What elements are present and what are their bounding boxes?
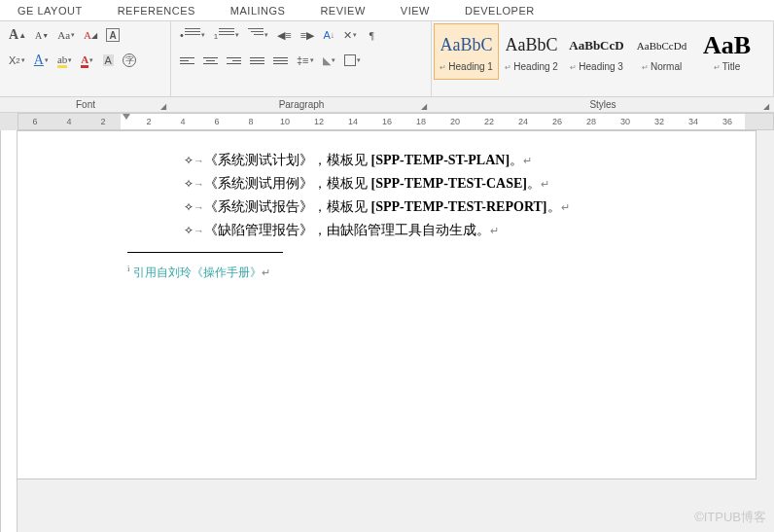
style-preview: AaBbC: [506, 32, 558, 59]
increase-indent-button[interactable]: ≡▶: [298, 24, 317, 46]
paragraph-dialog-launcher[interactable]: ◢: [418, 100, 430, 112]
styles-dialog-launcher[interactable]: ◢: [760, 100, 772, 112]
clear-formatting-button[interactable]: A◢: [81, 24, 100, 46]
align-right-button[interactable]: [224, 50, 244, 71]
document-line[interactable]: ✧→《系统测试计划》，模板见 [SPP-TEMP-ST-PLAN]。↵: [184, 149, 756, 172]
align-justify-button[interactable]: [247, 50, 267, 71]
style-label: Normal: [642, 61, 682, 72]
tab-review[interactable]: REVIEW: [302, 1, 382, 20]
font-color-button[interactable]: A▾: [31, 50, 52, 71]
document-line[interactable]: ✧→《系统测试用例》，模板见 [SPP-TEMP-TEST-CASE]。↵: [184, 172, 756, 195]
subscript-button[interactable]: X2▾: [6, 50, 28, 71]
ruler-tick: 12: [302, 114, 336, 129]
bullets-button[interactable]: ▾: [177, 24, 208, 46]
line-spacing-button[interactable]: ‡≡▾: [294, 50, 317, 71]
ruler-tick: 28: [575, 114, 609, 129]
ruler-tick: 36: [711, 114, 745, 129]
horizontal-ruler[interactable]: 6422468101214161820222426283032343640424…: [18, 113, 774, 130]
document-page[interactable]: ✧→《系统测试计划》，模板见 [SPP-TEMP-ST-PLAN]。↵✧→《系统…: [18, 130, 756, 479]
borders-button[interactable]: ▾: [341, 50, 364, 71]
tab-arrow-icon: →: [194, 201, 204, 213]
change-case-button[interactable]: Aa▾: [54, 24, 78, 46]
tab-page-layout[interactable]: GE LAYOUT: [0, 1, 100, 20]
line-end: 。: [527, 176, 541, 191]
bullet-diamond-icon: ✧: [184, 224, 194, 237]
reference-code: [SPP-TEMP-ST-PLAN]: [371, 153, 510, 167]
bullet-diamond-icon: ✧: [184, 200, 194, 214]
ruler-tick: 4: [166, 114, 200, 129]
sort-button[interactable]: A↓: [320, 24, 337, 46]
ruler-tick: 30: [609, 114, 643, 129]
ruler-tick: 32: [643, 114, 677, 129]
style-label: Title: [714, 61, 741, 72]
font-dialog-launcher[interactable]: ◢: [158, 100, 169, 112]
paragraph-mark-icon: ↵: [541, 178, 549, 190]
document-area: ✧→《系统测试计划》，模板见 [SPP-TEMP-ST-PLAN]。↵✧→《系统…: [0, 130, 774, 532]
style-heading-1[interactable]: AaBbC Heading 1: [434, 23, 499, 80]
footnote-marker: i: [127, 264, 130, 273]
paragraph-mark-icon: ↵: [561, 201, 570, 213]
ribbon-tab-strip: GE LAYOUT REFERENCES MAILINGS REVIEW VIE…: [0, 0, 774, 21]
highlight-button[interactable]: ab▾: [54, 50, 75, 71]
enclose-char-button[interactable]: 字: [120, 50, 139, 71]
footnote-separator: [127, 252, 283, 253]
line-end: 。: [547, 199, 561, 214]
ruler-tick: 2: [87, 114, 121, 129]
ribbon-group-styles: AaBbC Heading 1 AaBbC Heading 2 AaBbCcD …: [432, 21, 774, 96]
tab-references[interactable]: REFERENCES: [100, 1, 213, 20]
ruler-tick: 6: [18, 114, 53, 129]
footnote-text[interactable]: i引用自刘玲《操作手册》↵: [127, 257, 756, 284]
char-border-button[interactable]: A: [103, 24, 123, 46]
ruler-tick: 10: [268, 114, 302, 129]
bullet-diamond-icon: ✧: [184, 154, 194, 167]
ruler-tick: 8: [234, 114, 268, 129]
shading-button[interactable]: ◣▾: [320, 50, 338, 71]
char-shading-button[interactable]: A: [99, 50, 117, 71]
paragraph-mark-icon: ↵: [490, 225, 499, 236]
ruler-area: 6422468101214161820222426283032343640424…: [0, 113, 774, 130]
vertical-ruler[interactable]: [0, 130, 18, 532]
line-text: 《缺陷管理报告》，由缺陷管理工具自动生成。: [204, 223, 490, 237]
ruler-origin: [121, 114, 132, 129]
font-color2-button[interactable]: A▾: [78, 50, 96, 71]
ruler-tick: 2: [132, 114, 166, 129]
document-background: ✧→《系统测试计划》，模板见 [SPP-TEMP-ST-PLAN]。↵✧→《系统…: [18, 130, 774, 532]
ribbon: A▲ A▼ Aa▾ A◢ A X2▾ A▾ ab▾ A▾ A 字 ▾ ▾ ▾ ◀…: [0, 21, 774, 97]
style-preview: AaBbC: [440, 32, 493, 59]
style-normal[interactable]: AaBbCcDd Normal: [629, 23, 694, 80]
paragraph-mark-icon: ↵: [262, 266, 270, 278]
ruler-tick: 4: [53, 114, 87, 129]
align-distributed-button[interactable]: [270, 50, 291, 71]
multilevel-list-button[interactable]: ▾: [245, 24, 271, 46]
style-heading-3[interactable]: AaBbCcD Heading 3: [564, 23, 629, 80]
reference-code: [SPP-TEMP-TEST-CASE]: [371, 176, 528, 191]
line-text: 《系统测试报告》，模板见: [204, 199, 371, 214]
ruler-tick: 26: [541, 114, 575, 129]
align-left-button[interactable]: [177, 50, 197, 71]
paragraph-mark-icon: ↵: [523, 155, 532, 166]
tab-view[interactable]: VIEW: [383, 1, 447, 20]
ribbon-group-font: A▲ A▼ Aa▾ A◢ A X2▾ A▾ ab▾ A▾ A 字: [0, 21, 171, 96]
decrease-indent-button[interactable]: ◀≡: [274, 24, 294, 46]
ruler-tick: [745, 114, 774, 129]
ribbon-group-paragraph: ▾ ▾ ▾ ◀≡ ≡▶ A↓ ✕▾ ¶ ‡≡▾ ◣▾ ▾: [171, 21, 432, 96]
asian-layout-button[interactable]: ✕▾: [340, 24, 360, 46]
numbering-button[interactable]: ▾: [211, 24, 242, 46]
tab-developer[interactable]: DEVELOPER: [447, 1, 552, 20]
align-center-button[interactable]: [200, 50, 221, 71]
reference-code: [SPP-TEMP-TEST-REPORT]: [371, 199, 547, 214]
tab-mailings[interactable]: MAILINGS: [213, 1, 303, 20]
style-title[interactable]: AaB Title: [694, 23, 759, 80]
show-marks-button[interactable]: ¶: [363, 24, 380, 46]
group-label-styles: Styles ◢: [432, 99, 774, 110]
document-line[interactable]: ✧→《系统测试报告》，模板见 [SPP-TEMP-TEST-REPORT]。↵: [184, 195, 756, 219]
watermark: ©ITPUB博客: [694, 509, 766, 526]
shrink-font-button[interactable]: A▼: [32, 24, 52, 46]
grow-font-button[interactable]: A▲: [6, 24, 29, 46]
ruler-tick: 14: [336, 114, 370, 129]
ruler-tick: 20: [439, 114, 473, 129]
line-text: 《系统测试用例》，模板见: [204, 176, 371, 191]
document-line[interactable]: ✧→《缺陷管理报告》，由缺陷管理工具自动生成。↵: [184, 219, 756, 242]
style-heading-2[interactable]: AaBbC Heading 2: [499, 23, 564, 80]
ruler-tick: 6: [200, 114, 234, 129]
